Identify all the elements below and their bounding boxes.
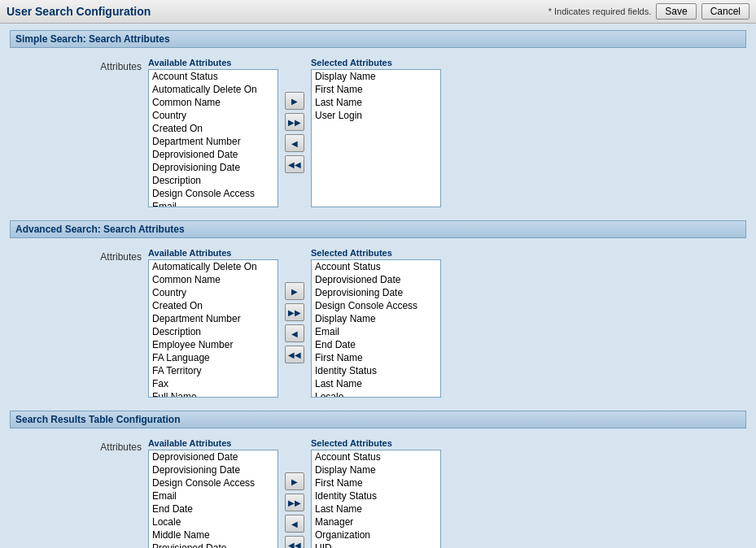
list-item[interactable]: Account Status — [312, 260, 440, 273]
list-item[interactable]: Deprovisioning Date — [312, 286, 440, 299]
list-item[interactable]: Country — [149, 286, 277, 299]
list-item[interactable]: Automatically Delete On — [149, 260, 277, 273]
list-item[interactable]: User Login — [312, 109, 440, 122]
page-wrapper: User Search Configuration * Indicates re… — [0, 0, 756, 548]
section-body-2: AttributesAvailable AttributesDeprovisio… — [10, 433, 746, 548]
available-listbox-0[interactable]: Account StatusAutomatically Delete OnCom… — [148, 69, 278, 207]
list-item[interactable]: Deprovisioned Date — [312, 273, 440, 286]
list-item[interactable]: Display Name — [312, 463, 440, 476]
move-left-all-button-2[interactable]: ◀◀ — [285, 536, 304, 548]
available-listbox-1[interactable]: Automatically Delete OnCommon NameCountr… — [148, 259, 278, 398]
selected-listbox-1[interactable]: Account StatusDeprovisioned DateDeprovis… — [311, 259, 441, 398]
list-item[interactable]: Middle Name — [149, 528, 277, 541]
move-left-all-button-0[interactable]: ◀◀ — [285, 155, 304, 173]
move-left-all-button-1[interactable]: ◀◀ — [285, 346, 304, 363]
selected-listbox-0[interactable]: Display NameFirst NameLast NameUser Logi… — [311, 69, 441, 207]
move-right-one-button-0[interactable]: ▶ — [285, 92, 304, 110]
list-item[interactable]: Email — [149, 200, 277, 207]
available-label-0: Available Attributes — [148, 58, 232, 67]
section-body-0: AttributesAvailable AttributesAccount St… — [10, 53, 746, 212]
list-item[interactable]: Design Console Access — [312, 299, 440, 312]
list-item[interactable]: Deprovisioned Date — [149, 450, 277, 463]
page-title: User Search Configuration — [7, 5, 151, 18]
move-right-one-button-1[interactable]: ▶ — [285, 282, 304, 300]
move-right-all-button-1[interactable]: ▶▶ — [285, 303, 304, 321]
list-item[interactable]: Last Name — [312, 502, 440, 515]
available-label-2: Available Attributes — [148, 438, 232, 448]
selected-wrap-0: Selected AttributesDisplay NameFirst Nam… — [311, 58, 441, 207]
list-item[interactable]: Manager — [312, 515, 440, 528]
list-item[interactable]: Locale — [149, 515, 277, 528]
move-left-one-button-0[interactable]: ◀ — [285, 134, 304, 152]
list-item[interactable]: Created On — [149, 122, 277, 135]
main-content[interactable]: Simple Search: Search AttributesAttribut… — [0, 24, 756, 548]
list-item[interactable]: Automatically Delete On — [149, 83, 277, 96]
list-item[interactable]: Email — [149, 489, 277, 502]
move-right-one-button-2[interactable]: ▶ — [285, 472, 304, 490]
selected-label-2: Selected Attributes — [311, 438, 392, 448]
list-item[interactable]: Design Console Access — [149, 187, 277, 200]
move-right-all-button-2[interactable]: ▶▶ — [285, 494, 304, 511]
selected-wrap-1: Selected AttributesAccount StatusDeprovi… — [311, 248, 441, 398]
listbox-col-2: Available AttributesDeprovisioned DateDe… — [148, 438, 441, 548]
listbox-col-1: Available AttributesAutomatically Delete… — [148, 248, 441, 398]
list-item[interactable]: Account Status — [312, 450, 440, 463]
section-simple-search: Simple Search: Search AttributesAttribut… — [10, 30, 746, 212]
list-item[interactable]: End Date — [312, 338, 440, 351]
list-item[interactable]: Account Status — [149, 70, 277, 83]
available-listbox-2[interactable]: Deprovisioned DateDeprovisioning DateDes… — [148, 450, 278, 548]
list-item[interactable]: Created On — [149, 299, 277, 312]
list-item[interactable]: Organization — [312, 528, 440, 541]
listbox-col-0: Available AttributesAccount StatusAutoma… — [148, 58, 441, 207]
list-item[interactable]: Description — [149, 174, 277, 187]
selected-wrap-2: Selected AttributesAccount StatusDisplay… — [311, 438, 441, 548]
list-item[interactable]: First Name — [312, 476, 440, 489]
section-advanced-search: Advanced Search: Search AttributesAttrib… — [10, 220, 746, 402]
list-item[interactable]: Common Name — [149, 273, 277, 286]
list-item[interactable]: Last Name — [312, 377, 440, 390]
list-item[interactable]: Display Name — [312, 70, 440, 83]
list-item[interactable]: Department Number — [149, 312, 277, 325]
list-item[interactable]: UID — [312, 541, 440, 548]
list-item[interactable]: First Name — [312, 351, 440, 364]
list-item[interactable]: Display Name — [312, 312, 440, 325]
list-item[interactable]: Last Name — [312, 96, 440, 109]
list-item[interactable]: FA Language — [149, 351, 277, 364]
top-bar: User Search Configuration * Indicates re… — [0, 0, 756, 24]
arrow-col-0: ▶▶▶◀◀◀ — [282, 63, 308, 202]
list-item[interactable]: Fax — [149, 377, 277, 390]
selected-label-0: Selected Attributes — [311, 58, 392, 67]
list-item[interactable]: Provisioned Date — [149, 541, 277, 548]
list-item[interactable]: Identity Status — [312, 364, 440, 377]
save-button[interactable]: Save — [656, 3, 696, 20]
list-item[interactable]: Department Number — [149, 135, 277, 148]
list-item[interactable]: Full Name — [149, 390, 277, 398]
attributes-label-0: Attributes — [10, 58, 148, 72]
list-item[interactable]: Common Name — [149, 96, 277, 109]
list-item[interactable]: Email — [312, 325, 440, 338]
list-item[interactable]: End Date — [149, 502, 277, 515]
arrow-col-2: ▶▶▶◀◀◀ — [282, 444, 308, 548]
cancel-button[interactable]: Cancel — [701, 3, 749, 20]
available-wrap-0: Available AttributesAccount StatusAutoma… — [148, 58, 278, 207]
list-item[interactable]: FA Territory — [149, 364, 277, 377]
list-item[interactable]: Deprovisioning Date — [149, 161, 277, 174]
attributes-label-2: Attributes — [10, 438, 148, 453]
attributes-label-1: Attributes — [10, 248, 148, 263]
list-item[interactable]: First Name — [312, 83, 440, 96]
required-note: * Indicates required fields. — [548, 7, 652, 16]
list-item[interactable]: Design Console Access — [149, 476, 277, 489]
move-left-one-button-1[interactable]: ◀ — [285, 324, 304, 342]
move-left-one-button-2[interactable]: ◀ — [285, 515, 304, 533]
section-header-0: Simple Search: Search Attributes — [10, 30, 746, 48]
list-item[interactable]: Description — [149, 325, 277, 338]
list-item[interactable]: Employee Number — [149, 338, 277, 351]
selected-listbox-2[interactable]: Account StatusDisplay NameFirst NameIden… — [311, 450, 441, 548]
list-item[interactable]: Deprovisioning Date — [149, 463, 277, 476]
section-header-2: Search Results Table Configuration — [10, 411, 746, 428]
move-right-all-button-0[interactable]: ▶▶ — [285, 113, 304, 131]
list-item[interactable]: Deprovisioned Date — [149, 148, 277, 161]
list-item[interactable]: Country — [149, 109, 277, 122]
list-item[interactable]: Identity Status — [312, 489, 440, 502]
list-item[interactable]: Locale — [312, 390, 440, 398]
